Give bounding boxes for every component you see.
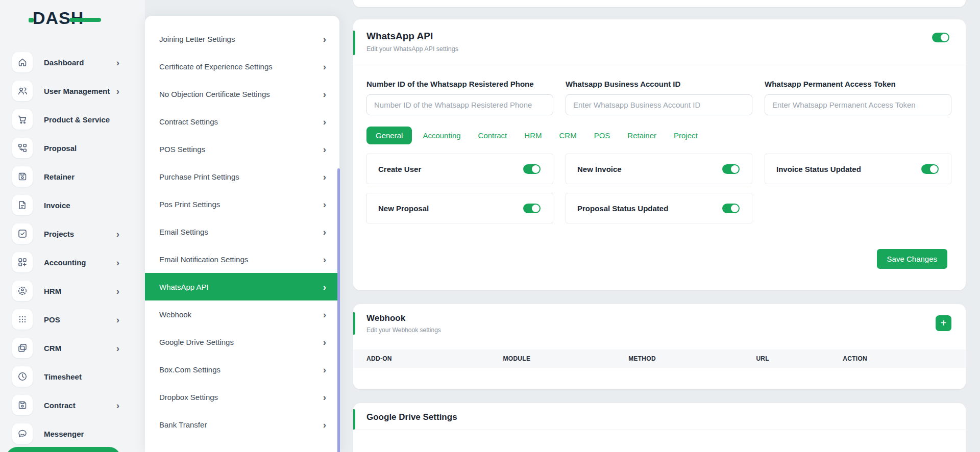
sidebar-item-pos[interactable]: POS› (0, 305, 145, 334)
sidebar-item-dashboard[interactable]: Dashboard› (0, 48, 145, 77)
settings-panel-scrollbar[interactable] (337, 168, 340, 452)
sidebar-item-product-service[interactable]: Product & Service (0, 105, 145, 134)
sidebar-item-label: POS (44, 315, 60, 324)
settings-menu-item-label: Purchase Print Settings (159, 172, 239, 181)
field-label: Whatsapp Permanent Access Token (765, 80, 951, 88)
add-webhook-button[interactable]: + (936, 315, 951, 331)
chevron-right-icon: › (323, 310, 326, 319)
settings-menu-item-joining-letter-settings[interactable]: Joining Letter Settings› (145, 25, 339, 53)
settings-menu-item-label: Contract Settings (159, 117, 218, 126)
sidebar-item-crm[interactable]: CRM› (0, 334, 145, 362)
number-id-of-the-whatsapp-resistered-phone-input[interactable] (366, 94, 553, 115)
settings-menu-item-bank-transfer[interactable]: Bank Transfer› (145, 411, 339, 438)
settings-menu-item-pos-settings[interactable]: POS Settings› (145, 135, 339, 163)
tab-crm[interactable]: CRM (552, 127, 583, 144)
sidebar-item-label: Projects (44, 230, 74, 238)
clock-icon (12, 366, 33, 387)
settings-menu-item-purchase-print-settings[interactable]: Purchase Print Settings› (145, 163, 339, 190)
sidebar-item-projects[interactable]: Projects› (0, 219, 145, 248)
sidebar-item-label: Accounting (44, 258, 86, 267)
settings-menu-item-label: Joining Letter Settings (159, 35, 235, 43)
sidebar-item-hrm[interactable]: HRM› (0, 277, 145, 305)
webhook-table-header: ADD-ONMODULEMETHODURLACTION (353, 349, 966, 368)
tab-retainer[interactable]: Retainer (621, 127, 663, 144)
invoice-status-updated-toggle[interactable] (921, 164, 939, 174)
chevron-right-icon: › (323, 144, 326, 154)
chevron-right-icon: › (323, 255, 326, 264)
chevron-right-icon: › (116, 86, 119, 96)
whatsapp-permanent-access-token-input[interactable] (765, 94, 951, 115)
logo-dash-icon (69, 18, 101, 22)
toggle-label: New Proposal (378, 204, 429, 213)
whatsapp-api-card: WhatsApp API Edit your WhatsApp API sett… (353, 19, 966, 290)
tab-general[interactable]: General (366, 127, 412, 144)
settings-menu-item-whatsapp-api[interactable]: WhatsApp API› (145, 273, 339, 300)
chevron-right-icon: › (116, 315, 119, 324)
chevron-right-icon: › (323, 337, 326, 347)
sidebar-item-contract[interactable]: Contract› (0, 391, 145, 419)
chevron-right-icon: › (323, 117, 326, 127)
dots-grid-icon (12, 309, 33, 330)
webhook-column-module: MODULE (503, 355, 628, 362)
settings-menu-item-email-notification-settings[interactable]: Email Notification Settings› (145, 245, 339, 273)
settings-menu-item-certificate-of-experience-settings[interactable]: Certificate of Experience Settings› (145, 53, 339, 80)
sidebar-item-timesheet[interactable]: Timesheet (0, 362, 145, 391)
tab-pos[interactable]: POS (587, 127, 617, 144)
chevron-right-icon: › (116, 229, 119, 239)
webhook-column-url: URL (756, 355, 843, 362)
settings-menu-item-pos-print-settings[interactable]: Pos Print Settings› (145, 190, 339, 218)
tab-contract[interactable]: Contract (472, 127, 514, 144)
person-scan-icon (12, 281, 33, 301)
webhook-section-subtitle: Edit your Webhook settings (366, 327, 951, 334)
sidebar-item-accounting[interactable]: Accounting› (0, 248, 145, 277)
whatsapp-card-header: WhatsApp API Edit your WhatsApp API sett… (353, 19, 966, 65)
toggle-label: Create User (378, 165, 421, 173)
sidebar-item-proposal[interactable]: Proposal (0, 134, 145, 162)
sidebar: DASH Dashboard›User Management›Product &… (0, 0, 145, 452)
webhook-card: Webhook Edit your Webhook settings + ADD… (353, 304, 966, 389)
settings-menu-item-email-settings[interactable]: Email Settings› (145, 218, 339, 245)
settings-menu-item-label: No Objection Certificate Settings (159, 90, 270, 98)
sidebar-item-messenger[interactable]: Messenger (0, 419, 145, 448)
whatsapp-enable-toggle[interactable] (932, 33, 949, 42)
whatsapp-notification-toggles: Create UserNew InvoiceInvoice Status Upd… (353, 144, 966, 223)
sidebar-bottom-button[interactable] (6, 447, 120, 452)
sidebar-item-label: Timesheet (44, 372, 82, 381)
chevron-right-icon: › (323, 227, 326, 237)
green-accent-bar (353, 409, 355, 430)
google-drive-card: Google Drive Settings (353, 403, 966, 452)
settings-menu-item-google-drive-settings[interactable]: Google Drive Settings› (145, 328, 339, 356)
settings-menu-item-dropbox-settings[interactable]: Dropbox Settings› (145, 383, 339, 411)
sidebar-item-retainer[interactable]: Retainer (0, 162, 145, 191)
sidebar-item-label: HRM (44, 287, 61, 295)
google-drive-section-title: Google Drive Settings (366, 412, 951, 422)
create-user-toggle[interactable] (523, 164, 541, 174)
tab-accounting[interactable]: Accounting (416, 127, 467, 144)
save-changes-button[interactable]: Save Changes (877, 249, 947, 269)
new-proposal-toggle[interactable] (523, 204, 541, 213)
toggle-card-create-user: Create User (366, 154, 553, 184)
settings-menu-item-webhook[interactable]: Webhook› (145, 300, 339, 328)
chevron-right-icon: › (116, 286, 119, 296)
toggle-card-new-proposal: New Proposal (366, 193, 553, 223)
settings-menu-item-box-com-settings[interactable]: Box.Com Settings› (145, 356, 339, 383)
whatsapp-business-account-id-input[interactable] (566, 94, 752, 115)
chat-icon (12, 423, 33, 444)
chevron-right-icon: › (116, 258, 119, 267)
sidebar-item-invoice[interactable]: Invoice (0, 191, 145, 219)
tab-project[interactable]: Project (667, 127, 704, 144)
settings-menu-item-contract-settings[interactable]: Contract Settings› (145, 108, 339, 135)
settings-menu-item-label: POS Settings (159, 145, 205, 154)
chevron-right-icon: › (323, 199, 326, 209)
toggle-label: New Invoice (577, 165, 622, 173)
settings-menu-item-no-objection-certificate-settings[interactable]: No Objection Certificate Settings› (145, 80, 339, 108)
tab-hrm[interactable]: HRM (518, 127, 548, 144)
new-invoice-toggle[interactable] (722, 164, 740, 174)
chevron-right-icon: › (323, 420, 326, 430)
settings-menu-item-label: Bank Transfer (159, 420, 207, 429)
proposal-status-updated-toggle[interactable] (722, 204, 740, 213)
toggle-card-new-invoice: New Invoice (566, 154, 752, 184)
settings-menu-item-label: WhatsApp API (159, 283, 209, 291)
sidebar-item-user-management[interactable]: User Management› (0, 77, 145, 105)
webhook-column-add-on: ADD-ON (366, 355, 503, 362)
